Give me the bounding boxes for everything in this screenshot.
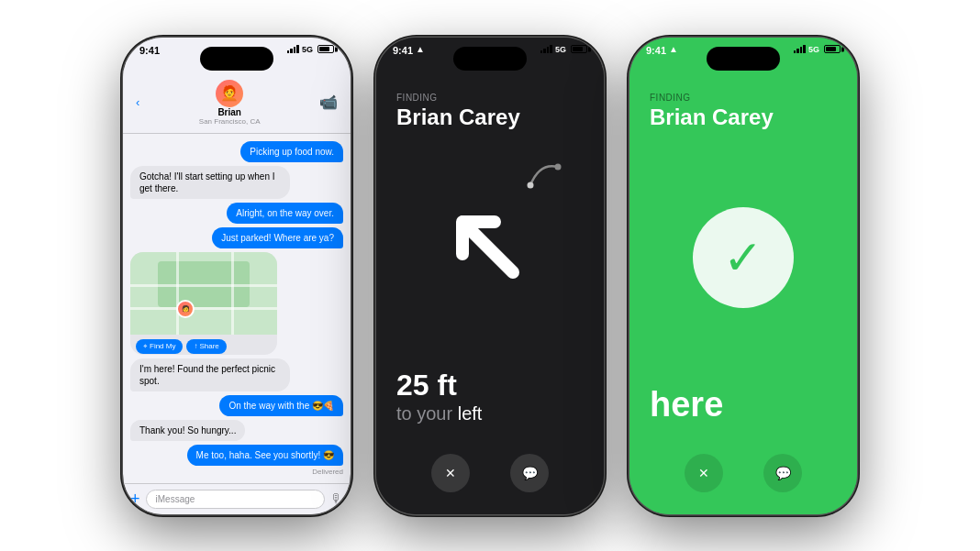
contact-name: Brian bbox=[217, 107, 241, 117]
here-text: here bbox=[629, 385, 857, 443]
person-name-right: Brian Carey bbox=[629, 103, 857, 130]
avatar: 🧑‍🦰 bbox=[216, 80, 243, 107]
checkmark-area: ✓ bbox=[629, 130, 857, 385]
imessage-screen: 9:41 5G ‹ 🧑 bbox=[123, 38, 351, 514]
message-bubble: Thank you! So hungry... bbox=[130, 420, 245, 441]
battery-icon-right bbox=[824, 45, 841, 53]
message-button-mid[interactable]: 💬 bbox=[510, 454, 549, 492]
message-bubble: I'm here! Found the perfect picnic spot. bbox=[130, 358, 290, 391]
delivered-status: Delivered bbox=[312, 468, 343, 476]
message-bubble: On the way with the 😎🍕 bbox=[219, 395, 343, 416]
find-my-button[interactable]: ⌖Find My bbox=[136, 339, 183, 354]
contact-subtitle: San Francisco, CA bbox=[199, 117, 261, 126]
input-placeholder: iMessage bbox=[156, 494, 195, 504]
svg-point-0 bbox=[555, 163, 562, 170]
dynamic-island-mid bbox=[453, 47, 527, 71]
battery-icon-mid bbox=[571, 45, 587, 53]
dynamic-island-left bbox=[200, 47, 273, 71]
status-left-right: 9:41 ▲ bbox=[646, 43, 678, 56]
status-time-right: 9:41 bbox=[646, 45, 666, 56]
close-button-right[interactable]: ✕ bbox=[685, 454, 723, 492]
map-message-bubble[interactable]: 🧑 ⌖Find My ↑Share bbox=[130, 252, 277, 355]
person-name-mid: Brian Carey bbox=[376, 103, 604, 130]
status-time-left: 9:41 bbox=[139, 45, 160, 56]
message-input-bar: + iMessage 🎙 bbox=[123, 483, 351, 514]
microphone-button[interactable]: 🎙 bbox=[330, 491, 343, 506]
back-button[interactable]: ‹ bbox=[136, 95, 139, 109]
bottom-actions-right: ✕ 💬 bbox=[629, 443, 857, 514]
direction-arrow-icon bbox=[444, 204, 536, 295]
video-call-button[interactable]: 📹 bbox=[319, 94, 338, 111]
contact-info: 🧑‍🦰 Brian San Francisco, CA bbox=[145, 80, 314, 126]
status-icons-right: 5G bbox=[794, 45, 841, 54]
status-icons-left: 5G bbox=[287, 45, 334, 54]
messages-list: Picking up food now. Gotcha! I'll start … bbox=[123, 134, 351, 483]
finding-dark-screen: 9:41 ▲ 5G FINDING Brian Carey bbox=[376, 38, 604, 514]
message-bubble: Gotcha! I'll start setting up when I get… bbox=[130, 166, 290, 199]
status-left-mid: 9:41 ▲ bbox=[393, 43, 425, 56]
share-button[interactable]: ↑Share bbox=[186, 339, 226, 354]
map-preview: 🧑 bbox=[130, 252, 277, 335]
close-button-mid[interactable]: ✕ bbox=[431, 454, 470, 492]
checkmark-icon: ✓ bbox=[723, 234, 763, 281]
phone-found-green: 9:41 ▲ 5G FINDING Brian Carey bbox=[629, 38, 857, 514]
check-circle: ✓ bbox=[693, 207, 794, 308]
finding-label-mid: FINDING bbox=[376, 93, 604, 103]
phone-finding-dark: 9:41 ▲ 5G FINDING Brian Carey bbox=[376, 38, 604, 514]
battery-icon bbox=[317, 45, 334, 53]
distance-value: 25 ft bbox=[396, 369, 584, 402]
signal-icon-right bbox=[794, 45, 806, 53]
phone-imessage: 9:41 5G ‹ 🧑 bbox=[123, 38, 351, 514]
location-arrow-icon: ▲ bbox=[416, 44, 425, 54]
message-bubble: Me too, haha. See you shortly! 😎 bbox=[187, 445, 343, 466]
location-arrow-icon-right: ▲ bbox=[669, 44, 678, 54]
message-bubble: Alright, on the way over. bbox=[227, 203, 343, 224]
network-label-mid: 5G bbox=[555, 45, 566, 54]
arc-decoration bbox=[521, 158, 567, 204]
message-button-right[interactable]: 💬 bbox=[763, 454, 802, 492]
message-text-input[interactable]: iMessage bbox=[146, 490, 325, 509]
direction-highlight: left bbox=[458, 403, 483, 424]
phones-container: 9:41 5G ‹ 🧑 bbox=[0, 0, 980, 551]
distance-section: 25 ft to your left bbox=[376, 369, 604, 442]
dynamic-island-right bbox=[707, 47, 780, 71]
finding-label-right: FINDING bbox=[629, 93, 857, 103]
message-bubble: Picking up food now. bbox=[240, 141, 343, 162]
found-green-screen: 9:41 ▲ 5G FINDING Brian Carey bbox=[629, 38, 857, 514]
network-label-right: 5G bbox=[808, 45, 819, 54]
location-pin: 🧑 bbox=[176, 300, 195, 318]
direction-arrow-area bbox=[376, 130, 604, 370]
status-time-mid: 9:41 bbox=[393, 45, 413, 56]
add-attachment-button[interactable]: + bbox=[130, 490, 140, 507]
svg-point-1 bbox=[528, 182, 534, 188]
status-icons-mid: 5G bbox=[540, 45, 587, 54]
signal-icon-mid bbox=[540, 45, 552, 53]
direction-text: to your left bbox=[396, 402, 584, 424]
network-label: 5G bbox=[302, 45, 313, 54]
signal-icon bbox=[287, 45, 299, 53]
bottom-actions-mid: ✕ 💬 bbox=[376, 443, 604, 514]
map-action-buttons: ⌖Find My ↑Share bbox=[130, 335, 277, 355]
message-bubble: Just parked! Where are ya? bbox=[212, 227, 343, 248]
